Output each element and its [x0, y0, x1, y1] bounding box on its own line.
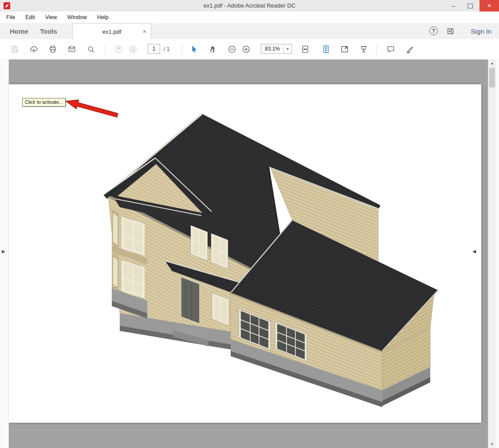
scrollbar-thumb[interactable]	[489, 68, 495, 87]
window-title: ex1.pdf - Adobe Acrobat Reader DC	[0, 0, 499, 12]
presentation-button[interactable]	[358, 43, 370, 55]
highlight-icon	[405, 45, 414, 54]
cloud-upload-icon	[29, 45, 38, 54]
fullscreen-button[interactable]	[338, 43, 351, 55]
maximize-icon	[468, 4, 473, 8]
toolbar-separator	[376, 43, 377, 55]
menu-item-edit[interactable]: Edit	[25, 14, 35, 20]
page-scroll-mode-icon	[322, 45, 330, 54]
toolbar-separator	[182, 43, 182, 55]
hand-tool-button[interactable]	[207, 43, 219, 55]
zoom-in-button[interactable]	[240, 43, 252, 55]
tools-pane-icon	[446, 27, 455, 35]
search-icon	[86, 45, 95, 54]
toolbar-separator	[105, 43, 106, 55]
document-area: ▶ Click to activate...	[0, 59, 499, 448]
title-bar: ex1.pdf - Adobe Acrobat Reader DC – ✕	[0, 0, 499, 12]
right-edge-strip	[496, 59, 499, 448]
save-button[interactable]	[8, 43, 21, 55]
main-toolbar: / 1 83.1% ▾	[0, 39, 499, 60]
zoom-out-button[interactable]	[226, 43, 238, 55]
maximize-button[interactable]	[462, 0, 479, 12]
select-tool-button[interactable]	[188, 43, 200, 55]
zoom-caret-icon[interactable]: ▾	[283, 44, 291, 53]
zoom-level-value: 83.1%	[261, 44, 283, 53]
page-up-icon	[114, 45, 123, 54]
menu-item-file[interactable]: File	[6, 14, 15, 20]
email-icon	[67, 45, 76, 54]
comment-button[interactable]	[385, 43, 397, 55]
tab-tools[interactable]: Tools	[40, 23, 57, 39]
tab-bar: Home Tools ex1.pdf × ? Sign In	[0, 23, 499, 39]
page-number-input[interactable]	[148, 44, 160, 54]
activate-tooltip[interactable]: Click to activate...	[22, 98, 66, 106]
navigation-pane-strip: ▶	[0, 59, 9, 448]
document-canvas: Click to activate...	[9, 59, 488, 448]
tab-close-icon[interactable]: ×	[143, 28, 146, 35]
menu-bar: File Edit View Window Help	[0, 12, 499, 23]
page-graphics	[9, 84, 481, 423]
comment-icon	[386, 45, 395, 54]
nav-pane-toggle[interactable]: ▶	[2, 249, 5, 254]
bay-windows	[112, 208, 147, 318]
search-button[interactable]	[85, 43, 97, 55]
page-count-label: / 1	[164, 39, 169, 59]
scroll-down-button[interactable]: ▼	[488, 440, 496, 448]
fit-width-icon	[301, 45, 310, 54]
house-rendering	[103, 114, 438, 407]
page-down-icon	[129, 45, 138, 54]
zoom-in-icon	[242, 45, 251, 54]
save-icon	[10, 45, 19, 54]
cloud-upload-button[interactable]	[28, 43, 40, 55]
previous-page-button[interactable]	[113, 43, 125, 55]
fit-width-button[interactable]	[299, 43, 311, 55]
document-tab-label: ex1.pdf	[102, 28, 122, 35]
menu-item-window[interactable]: Window	[67, 14, 87, 20]
acrobat-reader-window: ex1.pdf - Adobe Acrobat Reader DC – ✕ Fi…	[0, 0, 499, 448]
menu-item-help[interactable]: Help	[97, 14, 109, 20]
next-page-button[interactable]	[127, 43, 139, 55]
highlight-button[interactable]	[404, 43, 416, 55]
annotation-arrow	[66, 100, 118, 118]
email-button[interactable]	[66, 43, 78, 55]
tab-home[interactable]: Home	[10, 23, 28, 39]
fullscreen-icon	[340, 45, 349, 54]
tools-pane-toggle[interactable]: ◀	[472, 249, 476, 254]
vertical-scrollbar[interactable]: ▲ ▼	[488, 59, 496, 448]
page-scroll-mode-button[interactable]	[320, 43, 332, 55]
scroll-up-button[interactable]: ▲	[488, 59, 496, 67]
minimize-button[interactable]: –	[446, 0, 461, 12]
pdf-page[interactable]: Click to activate...	[9, 84, 481, 423]
tools-pane-button[interactable]	[446, 27, 455, 35]
zoom-out-icon	[228, 45, 236, 54]
print-button[interactable]	[47, 43, 59, 55]
document-tab[interactable]: ex1.pdf ×	[72, 23, 151, 39]
sign-in-button[interactable]: Sign In	[471, 23, 491, 39]
help-icon: ?	[432, 28, 435, 34]
close-button[interactable]: ✕	[479, 0, 499, 12]
menu-item-view[interactable]: View	[45, 14, 57, 20]
print-icon	[48, 45, 57, 54]
zoom-level-dropdown[interactable]: 83.1% ▾	[261, 44, 292, 54]
select-tool-icon	[189, 45, 198, 54]
presentation-icon	[359, 45, 368, 54]
hand-tool-icon	[208, 45, 217, 54]
help-button[interactable]: ?	[429, 27, 438, 35]
